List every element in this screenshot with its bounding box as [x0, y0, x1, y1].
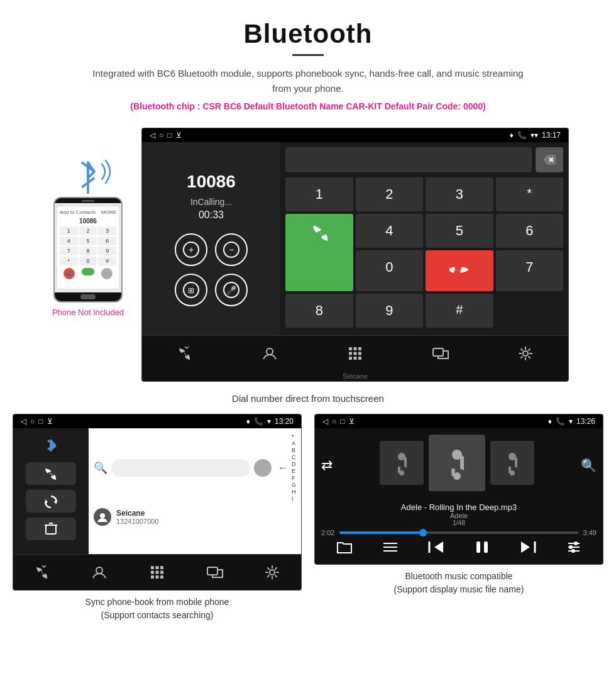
backspace-button[interactable] [536, 147, 563, 172]
call-right-panel: 1 2 3 * 4 5 6 0 7 8 9 [280, 142, 568, 335]
dialpad-key-hash[interactable]: # [426, 294, 493, 328]
pb-bottom-settings[interactable] [258, 561, 286, 584]
dialpad-input[interactable] [285, 147, 532, 172]
music-title: Adele - Rolling In the Deep.mp3 [401, 503, 517, 512]
dialpad-key-1[interactable]: 1 [285, 177, 353, 211]
dialpad-key-3[interactable]: 3 [426, 177, 493, 211]
pb-main: 🔍 ← *ABCDEFGHI Seicane [13, 428, 301, 554]
music-screen: ◁ ○ □ ⊻ ♦ 📞 ▾ 13:26 ⇄ [314, 414, 603, 565]
svg-point-31 [96, 567, 102, 574]
nav-download-icon: ⊻ [176, 131, 182, 140]
music-progress-dot [419, 529, 427, 536]
music-status-left: ◁ ○ □ ⊻ [322, 417, 355, 426]
svg-rect-33 [155, 566, 158, 569]
album-art-right [490, 441, 534, 485]
contact-avatar [94, 508, 111, 526]
music-status-right: ♦ 📞 ▾ 13:26 [548, 417, 595, 426]
pb-bt-icon[interactable] [26, 435, 76, 457]
svg-rect-16 [349, 352, 352, 355]
music-title-row: Adele - Rolling In the Deep.mp3 Adele 1/… [401, 503, 517, 526]
pb-search-row: 🔍 ← *ABCDEFGHI [94, 433, 296, 502]
call-controls: + − ⊞ 🎤 [175, 233, 248, 306]
pb-delete-icon[interactable] [26, 518, 76, 540]
bottom-screenshots: ◁ ○ □ ⊻ ♦ 📞 ▾ 13:20 [0, 414, 616, 622]
pb-alpha-list: *ABCDEFGHI [292, 433, 296, 502]
pb-bottom-transfer[interactable] [201, 561, 229, 584]
music-progress-fill [339, 531, 423, 534]
dialpad-key-0[interactable]: 0 [356, 250, 424, 291]
title-divider [292, 54, 324, 56]
music-prev-icon[interactable] [428, 540, 444, 558]
pb-bottom-contacts[interactable] [85, 561, 113, 584]
transfer-button[interactable]: ⊞ [175, 274, 207, 306]
transfer-tab-icon[interactable] [427, 342, 454, 365]
music-loc-icon: ♦ [548, 417, 552, 426]
pb-sync-icon[interactable] [26, 490, 76, 513]
pb-status-bar: ◁ ○ □ ⊻ ♦ 📞 ▾ 13:20 [13, 414, 301, 428]
svg-rect-22 [433, 348, 443, 356]
music-playlist-icon[interactable] [382, 540, 399, 558]
pb-back-arrow[interactable]: ← [278, 462, 288, 474]
dialpad-key-5[interactable]: 5 [426, 214, 493, 248]
svg-point-66 [571, 549, 575, 553]
dialpad-key-4[interactable]: 4 [356, 214, 424, 248]
status-left: ◁ ○ □ ⊻ [150, 131, 182, 140]
main-screen-section: Add to Contacts MORE 10086 123 456 789 *… [0, 128, 616, 382]
pb-nav-square: □ [38, 417, 43, 426]
music-next-icon[interactable] [520, 540, 536, 558]
music-progress-bar[interactable] [339, 531, 578, 534]
pb-bottom-bar [13, 554, 301, 590]
music-shuffle-icon[interactable]: ⇄ [321, 457, 333, 474]
pb-circle-btn[interactable] [254, 459, 272, 477]
dialpad-key-star[interactable]: * [496, 177, 564, 211]
music-clock: 13:26 [576, 417, 595, 426]
music-eq-icon[interactable] [566, 540, 582, 558]
pb-call-icon[interactable] [26, 462, 76, 485]
call-button[interactable] [285, 214, 353, 291]
svg-rect-15 [358, 347, 361, 350]
music-nav-square: □ [340, 417, 344, 426]
music-time-total: 3:49 [583, 529, 597, 536]
bluetooth-signal-icon [63, 153, 113, 197]
contact-name: Seicane [116, 509, 158, 518]
dialpad-key-7[interactable]: 7 [496, 250, 564, 291]
volume-down-button[interactable]: − [215, 233, 248, 266]
svg-text:+: + [189, 245, 194, 255]
call-left-panel: 10086 InCalling... 00:33 + − ⊞ 🎤 [142, 142, 280, 335]
dialpad-tab-icon[interactable] [341, 342, 369, 365]
pb-bottom-dialpad[interactable] [143, 561, 171, 584]
phone-image: Add to Contacts MORE 10086 123 456 789 *… [53, 197, 123, 303]
svg-rect-19 [349, 357, 352, 360]
call-tab-icon[interactable] [171, 342, 199, 365]
car-call-content: 10086 InCalling... 00:33 + − ⊞ 🎤 [142, 142, 568, 335]
contact-number: 13241007000 [116, 518, 158, 525]
pb-search-icon[interactable]: 🔍 [94, 461, 107, 475]
mute-button[interactable]: 🎤 [215, 274, 248, 306]
contacts-tab-icon[interactable] [256, 342, 283, 365]
music-folder-icon[interactable] [336, 540, 353, 558]
caption-music: Bluetooth music compatible(Support displ… [314, 570, 603, 596]
end-call-button[interactable] [426, 250, 493, 291]
phonebook-screen: ◁ ○ □ ⊻ ♦ 📞 ▾ 13:20 [13, 414, 302, 591]
dialpad-key-8[interactable]: 8 [285, 294, 353, 328]
dialpad-key-2[interactable]: 2 [356, 177, 424, 211]
pb-search-bar[interactable] [111, 459, 250, 477]
page-header: Bluetooth Integrated with BC6 Bluetooth … [0, 0, 616, 128]
music-nav-dl: ⊻ [349, 417, 355, 426]
music-search-icon[interactable]: 🔍 [581, 458, 597, 473]
svg-marker-9 [543, 155, 556, 165]
call-number: 10086 [187, 172, 236, 192]
dialpad-key-9[interactable]: 9 [356, 294, 424, 328]
music-progress-row: 2:02 3:49 [321, 529, 597, 536]
contact-item-seicane[interactable]: Seicane 13241007000 [94, 506, 296, 528]
specs-line: (Bluetooth chip : CSR BC6 Default Blueto… [13, 101, 603, 111]
svg-rect-35 [151, 571, 154, 574]
music-play-pause-icon[interactable] [474, 540, 490, 558]
dialpad-key-6[interactable]: 6 [496, 214, 564, 248]
nav-back-icon: ◁ [150, 131, 155, 140]
nav-home-icon: ○ [159, 131, 163, 140]
svg-point-30 [100, 513, 105, 518]
settings-tab-icon[interactable] [512, 342, 539, 365]
pb-bottom-call[interactable] [28, 561, 56, 584]
volume-up-button[interactable]: + [175, 233, 207, 266]
